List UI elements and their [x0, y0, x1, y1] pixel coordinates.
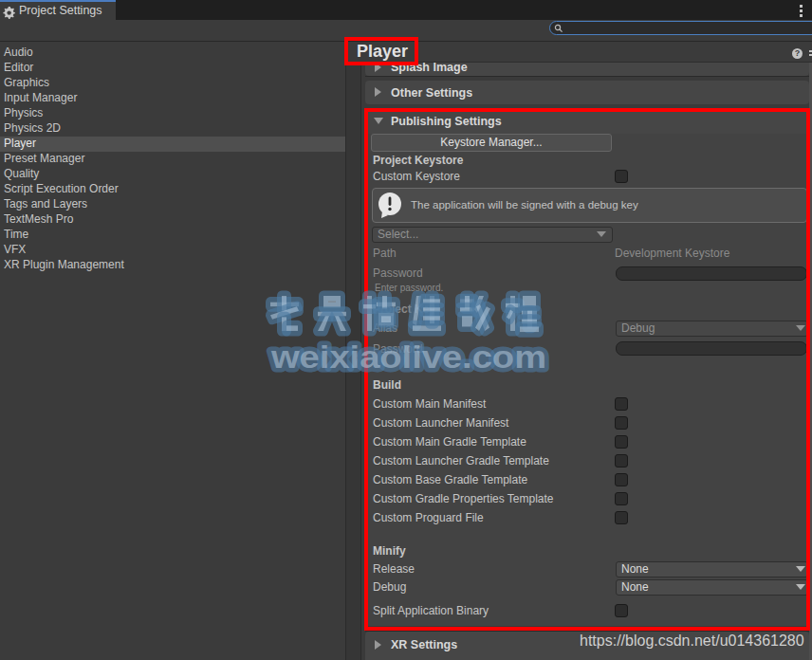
- svg-text:weixiaolive.com: weixiaolive.com: [270, 339, 546, 375]
